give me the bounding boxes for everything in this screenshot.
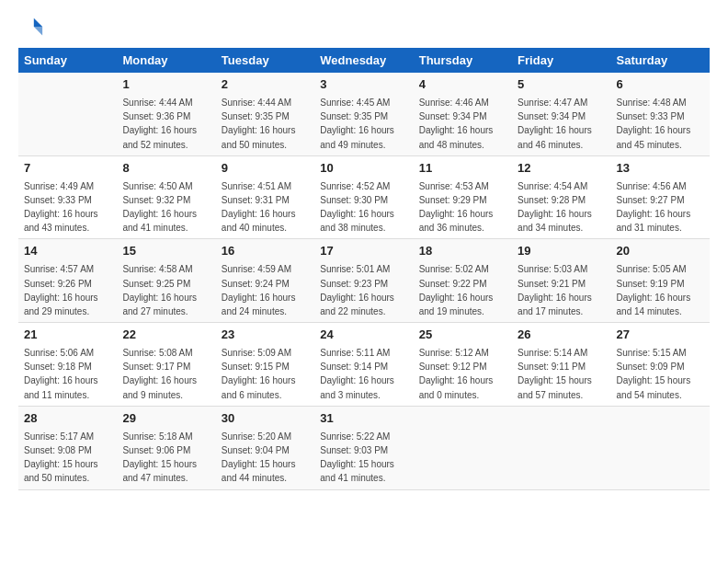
day-info: Sunrise: 5:02 AM Sunset: 9:22 PM Dayligh… [419, 264, 494, 316]
day-info: Sunrise: 5:17 AM Sunset: 9:08 PM Dayligh… [24, 431, 98, 484]
day-number: 14 [24, 243, 111, 260]
day-info: Sunrise: 4:46 AM Sunset: 9:34 PM Dayligh… [419, 98, 494, 150]
header-row: SundayMondayTuesdayWednesdayThursdayFrid… [18, 48, 710, 73]
calendar-cell: 18Sunrise: 5:02 AM Sunset: 9:22 PM Dayli… [414, 239, 512, 323]
svg-marker-0 [34, 18, 42, 27]
calendar-cell: 10Sunrise: 4:52 AM Sunset: 9:30 PM Dayli… [314, 155, 413, 239]
calendar-cell: 11Sunrise: 4:53 AM Sunset: 9:29 PM Dayli… [414, 155, 512, 239]
calendar-cell [512, 406, 610, 489]
day-number: 24 [320, 327, 407, 344]
calendar-cell: 20Sunrise: 5:05 AM Sunset: 9:19 PM Dayli… [611, 239, 710, 323]
day-number: 13 [617, 160, 704, 178]
day-number: 21 [24, 327, 111, 344]
calendar-cell: 7Sunrise: 4:49 AM Sunset: 9:33 PM Daylig… [18, 155, 117, 239]
col-header-tuesday: Tuesday [216, 48, 314, 73]
calendar-cell: 14Sunrise: 4:57 AM Sunset: 9:26 PM Dayli… [18, 239, 117, 323]
week-row-3: 14Sunrise: 4:57 AM Sunset: 9:26 PM Dayli… [18, 239, 710, 323]
day-number: 30 [222, 410, 309, 428]
day-number: 7 [24, 160, 111, 178]
day-info: Sunrise: 4:47 AM Sunset: 9:34 PM Dayligh… [518, 98, 592, 150]
day-info: Sunrise: 5:05 AM Sunset: 9:19 PM Dayligh… [617, 264, 691, 316]
day-info: Sunrise: 5:08 AM Sunset: 9:17 PM Dayligh… [122, 348, 197, 400]
calendar-cell: 17Sunrise: 5:01 AM Sunset: 9:23 PM Dayli… [314, 239, 413, 323]
col-header-wednesday: Wednesday [314, 48, 413, 73]
calendar-cell: 27Sunrise: 5:15 AM Sunset: 9:09 PM Dayli… [611, 323, 710, 407]
day-info: Sunrise: 4:54 AM Sunset: 9:28 PM Dayligh… [518, 181, 592, 234]
day-number: 26 [518, 327, 605, 344]
day-number: 8 [122, 160, 210, 178]
svg-marker-1 [34, 27, 42, 35]
week-row-5: 28Sunrise: 5:17 AM Sunset: 9:08 PM Dayli… [18, 406, 710, 489]
day-info: Sunrise: 4:44 AM Sunset: 9:35 PM Dayligh… [222, 98, 296, 150]
day-info: Sunrise: 5:22 AM Sunset: 9:03 PM Dayligh… [320, 431, 394, 484]
col-header-thursday: Thursday [414, 48, 512, 73]
day-number: 22 [122, 327, 210, 344]
day-number: 2 [222, 76, 309, 94]
calendar-cell: 2Sunrise: 4:44 AM Sunset: 9:35 PM Daylig… [216, 73, 314, 155]
day-info: Sunrise: 5:01 AM Sunset: 9:23 PM Dayligh… [320, 264, 394, 316]
week-row-2: 7Sunrise: 4:49 AM Sunset: 9:33 PM Daylig… [18, 155, 710, 239]
calendar-cell [414, 406, 512, 489]
day-number: 20 [617, 243, 704, 260]
calendar-cell: 9Sunrise: 4:51 AM Sunset: 9:31 PM Daylig… [216, 155, 314, 239]
day-info: Sunrise: 4:56 AM Sunset: 9:27 PM Dayligh… [617, 181, 691, 234]
day-number: 18 [419, 243, 506, 260]
day-number: 27 [617, 327, 704, 344]
day-info: Sunrise: 5:03 AM Sunset: 9:21 PM Dayligh… [518, 264, 592, 316]
calendar-cell: 16Sunrise: 4:59 AM Sunset: 9:24 PM Dayli… [216, 239, 314, 323]
day-number: 31 [320, 410, 407, 428]
day-info: Sunrise: 4:58 AM Sunset: 9:25 PM Dayligh… [122, 264, 197, 316]
calendar-cell: 30Sunrise: 5:20 AM Sunset: 9:04 PM Dayli… [216, 406, 314, 489]
day-number: 3 [320, 76, 407, 94]
day-info: Sunrise: 5:14 AM Sunset: 9:11 PM Dayligh… [518, 348, 592, 400]
day-info: Sunrise: 5:06 AM Sunset: 9:18 PM Dayligh… [24, 348, 98, 400]
col-header-monday: Monday [117, 48, 215, 73]
day-number: 10 [320, 160, 407, 178]
calendar-cell: 6Sunrise: 4:48 AM Sunset: 9:33 PM Daylig… [611, 73, 710, 155]
day-number: 4 [419, 76, 506, 94]
calendar-cell: 15Sunrise: 4:58 AM Sunset: 9:25 PM Dayli… [117, 239, 215, 323]
calendar-cell: 3Sunrise: 4:45 AM Sunset: 9:35 PM Daylig… [314, 73, 413, 155]
day-number: 9 [222, 160, 309, 178]
day-number: 11 [419, 160, 506, 178]
calendar-cell: 13Sunrise: 4:56 AM Sunset: 9:27 PM Dayli… [611, 155, 710, 239]
logo-icon [18, 15, 44, 40]
calendar-cell: 26Sunrise: 5:14 AM Sunset: 9:11 PM Dayli… [512, 323, 610, 407]
calendar-cell [611, 406, 710, 489]
calendar-table: SundayMondayTuesdayWednesdayThursdayFrid… [18, 48, 710, 490]
calendar-cell: 31Sunrise: 5:22 AM Sunset: 9:03 PM Dayli… [314, 406, 413, 489]
day-info: Sunrise: 4:48 AM Sunset: 9:33 PM Dayligh… [617, 98, 691, 150]
day-number: 6 [617, 76, 704, 94]
week-row-1: 1Sunrise: 4:44 AM Sunset: 9:36 PM Daylig… [18, 73, 710, 155]
calendar-cell: 21Sunrise: 5:06 AM Sunset: 9:18 PM Dayli… [18, 323, 117, 407]
page: SundayMondayTuesdayWednesdayThursdayFrid… [0, 0, 728, 500]
calendar-cell: 1Sunrise: 4:44 AM Sunset: 9:36 PM Daylig… [117, 73, 215, 155]
day-info: Sunrise: 5:18 AM Sunset: 9:06 PM Dayligh… [122, 431, 197, 484]
day-number: 28 [24, 410, 111, 428]
day-number: 12 [518, 160, 605, 178]
day-info: Sunrise: 5:20 AM Sunset: 9:04 PM Dayligh… [222, 431, 296, 484]
calendar-cell: 22Sunrise: 5:08 AM Sunset: 9:17 PM Dayli… [117, 323, 215, 407]
calendar-cell [18, 73, 117, 155]
day-number: 23 [222, 327, 309, 344]
calendar-cell: 23Sunrise: 5:09 AM Sunset: 9:15 PM Dayli… [216, 323, 314, 407]
day-number: 25 [419, 327, 506, 344]
week-row-4: 21Sunrise: 5:06 AM Sunset: 9:18 PM Dayli… [18, 323, 710, 407]
calendar-cell: 5Sunrise: 4:47 AM Sunset: 9:34 PM Daylig… [512, 73, 610, 155]
day-info: Sunrise: 4:51 AM Sunset: 9:31 PM Dayligh… [222, 181, 296, 234]
day-number: 19 [518, 243, 605, 260]
day-info: Sunrise: 4:57 AM Sunset: 9:26 PM Dayligh… [24, 264, 98, 316]
day-info: Sunrise: 4:52 AM Sunset: 9:30 PM Dayligh… [320, 181, 394, 234]
calendar-cell: 24Sunrise: 5:11 AM Sunset: 9:14 PM Dayli… [314, 323, 413, 407]
day-number: 17 [320, 243, 407, 260]
calendar-cell: 8Sunrise: 4:50 AM Sunset: 9:32 PM Daylig… [117, 155, 215, 239]
day-number: 16 [222, 243, 309, 260]
calendar-cell: 25Sunrise: 5:12 AM Sunset: 9:12 PM Dayli… [414, 323, 512, 407]
day-number: 5 [518, 76, 605, 94]
calendar-cell: 12Sunrise: 4:54 AM Sunset: 9:28 PM Dayli… [512, 155, 610, 239]
day-info: Sunrise: 5:12 AM Sunset: 9:12 PM Dayligh… [419, 348, 494, 400]
col-header-friday: Friday [512, 48, 610, 73]
day-info: Sunrise: 4:44 AM Sunset: 9:36 PM Dayligh… [122, 98, 197, 150]
day-info: Sunrise: 4:53 AM Sunset: 9:29 PM Dayligh… [419, 181, 494, 234]
day-info: Sunrise: 4:45 AM Sunset: 9:35 PM Dayligh… [320, 98, 394, 150]
